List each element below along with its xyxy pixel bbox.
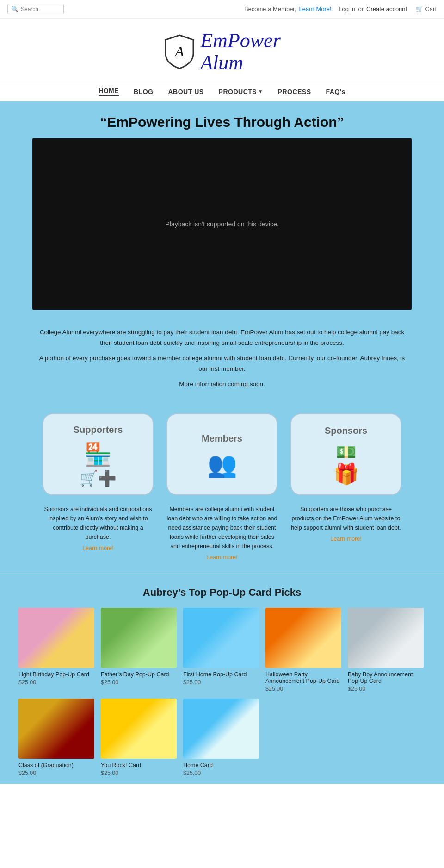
- nav-faqs[interactable]: FAQ's: [326, 88, 345, 95]
- or-label: or: [358, 6, 364, 12]
- product-price: $25.00: [18, 679, 94, 686]
- members-card: Members 👥: [166, 413, 278, 495]
- product-price: $25.00: [348, 686, 424, 692]
- info-para2: A portion of every purchase goes toward …: [37, 353, 407, 375]
- money-icon: 💵: [336, 443, 357, 462]
- video-placeholder-text: Playback isn’t supported on this device.: [165, 220, 278, 228]
- supporters-title: Supporters: [74, 425, 123, 435]
- hero-title: “EmPowering Lives Through Action”: [7, 114, 437, 130]
- learn-more-link[interactable]: Learn More!: [299, 6, 332, 12]
- nav-products[interactable]: PRODUCTS ▼: [219, 88, 263, 95]
- product-name: Class of (Graduation): [18, 762, 94, 768]
- products-title: Aubrey’s Top Pop-Up Card Picks: [11, 587, 433, 599]
- product-image: [183, 699, 259, 759]
- product-price: $25.00: [183, 770, 259, 776]
- gift-icon: 🎁: [333, 462, 359, 486]
- members-icon: 👥: [207, 450, 237, 479]
- info-para1: College Alumni everywhere are struggling…: [37, 327, 407, 349]
- sponsors-desc: Supporters are those who purchase produc…: [290, 505, 401, 562]
- sponsors-desc-text: Supporters are those who purchase produc…: [291, 506, 401, 531]
- product-card[interactable]: Class of (Graduation) $25.00: [18, 699, 94, 776]
- video-player[interactable]: Playback isn’t supported on this device.: [32, 138, 412, 310]
- product-name: Light Birthday Pop-Up Card: [18, 671, 94, 678]
- product-name: Father’s Day Pop-Up Card: [101, 671, 177, 678]
- product-card[interactable]: Baby Boy Announcement Pop-Up Card $25.00: [348, 608, 424, 692]
- nav-process[interactable]: PROCESS: [278, 88, 311, 95]
- sponsors-learn-more-link[interactable]: Learn more!: [290, 534, 401, 543]
- nav-products-label: PRODUCTS: [219, 88, 257, 95]
- nav-about-us[interactable]: ABOUT US: [168, 88, 204, 95]
- product-image: [101, 608, 177, 668]
- product-card[interactable]: Halloween Party Announcement Pop-Up Card…: [265, 608, 341, 692]
- info-para3: More information coming soon.: [37, 379, 407, 390]
- product-card[interactable]: Father’s Day Pop-Up Card $25.00: [101, 608, 177, 692]
- top-bar: 🔍 Become a Member, Learn More! Log In or…: [0, 0, 444, 19]
- logo-area: A EmPower Alum: [0, 19, 444, 82]
- search-box[interactable]: 🔍: [7, 4, 64, 14]
- search-area: 🔍: [7, 4, 64, 14]
- product-image: [18, 608, 94, 668]
- cart-plus-icon: 🛒➕: [80, 469, 117, 487]
- product-image: [18, 699, 94, 759]
- products-grid: Light Birthday Pop-Up Card $25.00 Father…: [11, 608, 433, 776]
- supporters-desc: Sponsors are individuals and corporation…: [43, 505, 154, 562]
- product-price: $25.00: [183, 679, 259, 686]
- cards-section: Supporters 🏪 🛒➕ Members 👥 Sponsors 💵 🎁 S…: [0, 400, 444, 573]
- products-section: Aubrey’s Top Pop-Up Card Picks Light Bir…: [0, 574, 444, 784]
- nav-blog[interactable]: BLOG: [134, 88, 153, 95]
- cart-button[interactable]: 🛒 Cart: [416, 6, 437, 12]
- product-name: Baby Boy Announcement Pop-Up Card: [348, 671, 424, 684]
- top-bar-right: Become a Member, Learn More! Log In or C…: [244, 6, 437, 12]
- logo-shield-icon: A: [163, 33, 196, 70]
- sponsors-card: Sponsors 💵 🎁: [290, 413, 401, 495]
- cart-icon: 🛒: [416, 6, 423, 12]
- members-desc: Members are college alumni with student …: [166, 505, 278, 562]
- nav-home[interactable]: HOME: [99, 87, 119, 96]
- members-title: Members: [202, 433, 242, 444]
- cards-row: Supporters 🏪 🛒➕ Members 👥 Sponsors 💵 🎁: [18, 413, 426, 495]
- logo-line2: Alum: [200, 52, 281, 74]
- product-card[interactable]: Home Card $25.00: [183, 699, 259, 776]
- product-name: First Home Pop-Up Card: [183, 671, 259, 678]
- main-nav: HOME BLOG ABOUT US PRODUCTS ▼ PROCESS FA…: [0, 82, 444, 101]
- create-account-link[interactable]: Create account: [366, 6, 407, 12]
- cards-desc-row: Sponsors are individuals and corporation…: [18, 505, 426, 562]
- info-section: College Alumni everywhere are struggling…: [0, 317, 444, 400]
- product-price: $25.00: [265, 686, 341, 692]
- product-image: [101, 699, 177, 759]
- search-icon: 🔍: [11, 6, 18, 12]
- sponsors-title: Sponsors: [325, 425, 367, 436]
- product-image: [183, 608, 259, 668]
- product-card[interactable]: First Home Pop-Up Card $25.00: [183, 608, 259, 692]
- product-price: $25.00: [101, 770, 177, 776]
- supporters-card: Supporters 🏪 🛒➕: [43, 413, 154, 495]
- cart-label: Cart: [425, 6, 437, 12]
- login-link[interactable]: Log In: [339, 6, 355, 12]
- svg-text:A: A: [174, 43, 184, 60]
- hero-section: “EmPowering Lives Through Action” Playba…: [0, 101, 444, 317]
- product-image: [265, 608, 341, 668]
- supporters-desc-text: Sponsors are individuals and corporation…: [44, 506, 152, 540]
- product-image: [348, 608, 424, 668]
- chevron-down-icon: ▼: [258, 89, 263, 94]
- supporters-learn-more-link[interactable]: Learn more!: [43, 543, 154, 553]
- members-desc-text: Members are college alumni with student …: [166, 506, 277, 550]
- product-price: $25.00: [101, 679, 177, 686]
- search-input[interactable]: [21, 6, 60, 12]
- product-price: $25.00: [18, 770, 94, 776]
- product-name: Halloween Party Announcement Pop-Up Card: [265, 671, 341, 684]
- product-card[interactable]: You Rock! Card $25.00: [101, 699, 177, 776]
- product-card[interactable]: Light Birthday Pop-Up Card $25.00: [18, 608, 94, 692]
- logo-line1: EmPower: [200, 30, 281, 52]
- product-name: You Rock! Card: [101, 762, 177, 768]
- product-name: Home Card: [183, 762, 259, 768]
- store-icon: 🏪: [84, 442, 112, 468]
- become-member-text: Become a Member,: [244, 6, 296, 12]
- members-learn-more-link[interactable]: Learn more!: [166, 553, 278, 562]
- logo-text: EmPower Alum: [200, 30, 281, 75]
